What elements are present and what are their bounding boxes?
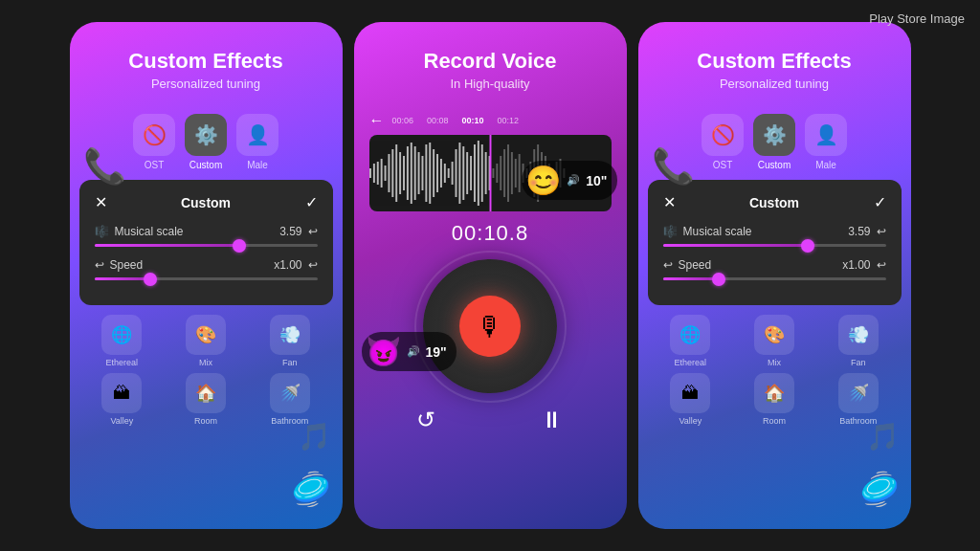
left-effect-fan[interactable]: 💨 Fan xyxy=(251,315,329,367)
left-tab-male[interactable]: 👤 Male xyxy=(236,114,278,170)
right-panel-confirm[interactable]: ✓ xyxy=(874,193,886,211)
left-speed-thumb[interactable] xyxy=(144,273,157,286)
record-topbar: ← 00:06 00:08 00:10 00:12 xyxy=(369,106,612,135)
right-musical-scale-thumb[interactable] xyxy=(801,239,814,253)
right-tab-male[interactable]: 👤 Male xyxy=(805,114,847,170)
svg-rect-27 xyxy=(470,156,472,190)
right-male-icon: 👤 xyxy=(805,114,847,156)
right-effect-ethereal[interactable]: 🌐 Ethereal xyxy=(652,315,730,367)
right-speed-slider[interactable] xyxy=(663,277,886,280)
right-speed-thumb[interactable] xyxy=(712,273,725,286)
left-effect-mix[interactable]: 🎨 Mix xyxy=(167,315,245,367)
center-screen-subtitle: In High-quality xyxy=(373,77,608,91)
left-speed-name: ↩ Speed xyxy=(95,258,144,272)
right-effect-mix[interactable]: 🎨 Mix xyxy=(735,315,813,367)
svg-rect-12 xyxy=(413,146,415,200)
right-effect-bathroom[interactable]: 🚿 Bathroom xyxy=(819,373,898,426)
right-valley-label: Valley xyxy=(679,416,702,426)
svg-rect-6 xyxy=(391,149,393,197)
left-ethereal-label: Ethereal xyxy=(106,358,139,367)
right-ost-label: OST xyxy=(713,160,733,170)
center-screen-header: Record Voice In High-quality xyxy=(354,22,627,106)
right-panel-close[interactable]: ✕ xyxy=(663,193,676,211)
svg-rect-36 xyxy=(500,156,501,190)
right-effect-valley[interactable]: 🏔 Valley xyxy=(652,373,730,426)
pause-button[interactable]: ⏸ xyxy=(541,407,564,433)
record-controls: ↺ ⏸ xyxy=(416,407,564,433)
right-effect-fan[interactable]: 💨 Fan xyxy=(819,315,898,367)
svg-rect-20 xyxy=(443,164,445,183)
left-musical-scale-number: 3.59 xyxy=(279,225,301,238)
right-disk-emoji: 🥏 xyxy=(859,470,900,508)
right-musical-scale-icon: 🎼 xyxy=(663,225,678,238)
left-speed-reset[interactable]: ↩ xyxy=(308,258,318,272)
left-effect-room[interactable]: 🏠 Room xyxy=(167,373,245,426)
left-effect-valley[interactable]: 🏔 Valley xyxy=(83,373,162,426)
right-ethereal-icon: 🌐 xyxy=(670,315,710,355)
right-musical-scale-fill xyxy=(663,244,808,247)
svg-rect-2 xyxy=(376,162,378,185)
left-music-note: 🎵 xyxy=(298,421,331,452)
right-panel-title: Custom xyxy=(749,195,799,210)
right-speed-icon: ↩ xyxy=(663,258,673,272)
right-musical-scale-slider[interactable] xyxy=(663,244,886,247)
svg-rect-24 xyxy=(458,143,460,204)
right-tab-custom[interactable]: ⚙️ Custom xyxy=(753,114,795,170)
left-screen-header: Custom Effects Personalized tuning xyxy=(70,22,343,106)
right-effect-room[interactable]: 🏠 Room xyxy=(735,373,813,426)
time-marker-4: 00:12 xyxy=(498,116,520,125)
left-effect-ethereal[interactable]: 🌐 Ethereal xyxy=(83,315,162,367)
right-tab-ost[interactable]: 🚫 OST xyxy=(702,114,744,170)
right-custom-icon: ⚙️ xyxy=(753,114,795,156)
left-tab-custom[interactable]: ⚙️ Custom xyxy=(185,114,227,170)
left-musical-scale-slider[interactable] xyxy=(95,244,318,247)
right-speed-text: Speed xyxy=(679,258,712,272)
right-fan-label: Fan xyxy=(851,358,866,367)
svg-rect-1 xyxy=(372,164,374,183)
left-panel-confirm[interactable]: ✓ xyxy=(305,193,318,211)
left-musical-scale-thumb[interactable] xyxy=(233,239,246,253)
left-panel-close[interactable]: ✕ xyxy=(95,193,107,211)
center-screen-title: Record Voice xyxy=(373,49,608,74)
svg-rect-34 xyxy=(492,168,494,178)
left-tab-ost[interactable]: 🚫 OST xyxy=(133,114,175,170)
left-custom-icon: ⚙️ xyxy=(185,114,227,156)
left-mix-icon: 🎨 xyxy=(186,315,226,355)
left-musical-scale-fill xyxy=(95,244,239,247)
mic-button[interactable]: 🎙 xyxy=(459,296,521,357)
smiley-badge: 😊 🔊 10" xyxy=(522,161,616,200)
svg-rect-41 xyxy=(518,154,520,192)
devil-badge: 😈 🔊 19" xyxy=(362,332,457,371)
right-effects-grid: 🌐 Ethereal 🎨 Mix 💨 Fan 🏔 Valley 🏠 Room 🚿 xyxy=(638,307,911,433)
right-musical-scale-number: 3.59 xyxy=(848,225,870,238)
svg-rect-37 xyxy=(503,149,505,197)
left-screen-title: Custom Effects xyxy=(89,49,323,74)
left-panel-title: Custom xyxy=(181,195,231,210)
left-musical-scale-text: Musical scale xyxy=(115,225,184,238)
left-speed-fill xyxy=(95,277,150,280)
right-musical-scale-reset[interactable]: ↩ xyxy=(877,225,886,238)
devil-sound-icon: 🔊 xyxy=(407,345,420,358)
svg-rect-22 xyxy=(451,162,453,185)
right-screen-header: Custom Effects Personalized tuning xyxy=(638,22,911,106)
left-ost-icon: 🚫 xyxy=(133,114,175,156)
screens-container: Custom Effects Personalized tuning 📞 🚫 O… xyxy=(0,0,980,551)
right-speed-reset[interactable]: ↩ xyxy=(877,258,886,272)
svg-rect-11 xyxy=(410,143,412,204)
right-mix-label: Mix xyxy=(768,358,781,367)
left-musical-scale-reset[interactable]: ↩ xyxy=(308,225,318,238)
restart-button[interactable]: ↺ xyxy=(416,407,435,433)
back-arrow[interactable]: ← xyxy=(369,112,385,129)
left-effect-bathroom[interactable]: 🚿 Bathroom xyxy=(251,373,329,426)
right-ost-icon: 🚫 xyxy=(702,114,744,156)
left-speed-text: Speed xyxy=(110,258,144,272)
left-male-icon: 👤 xyxy=(236,114,278,156)
left-fan-label: Fan xyxy=(282,358,298,367)
svg-rect-15 xyxy=(425,144,427,202)
left-fan-icon: 💨 xyxy=(270,315,310,355)
smiley-sound-icon: 🔊 xyxy=(567,174,580,187)
right-valley-icon: 🏔 xyxy=(670,373,710,413)
left-speed-slider[interactable] xyxy=(95,277,318,280)
left-speed-row: ↩ Speed x1.00 ↩ xyxy=(95,258,318,280)
left-ethereal-icon: 🌐 xyxy=(101,315,142,355)
